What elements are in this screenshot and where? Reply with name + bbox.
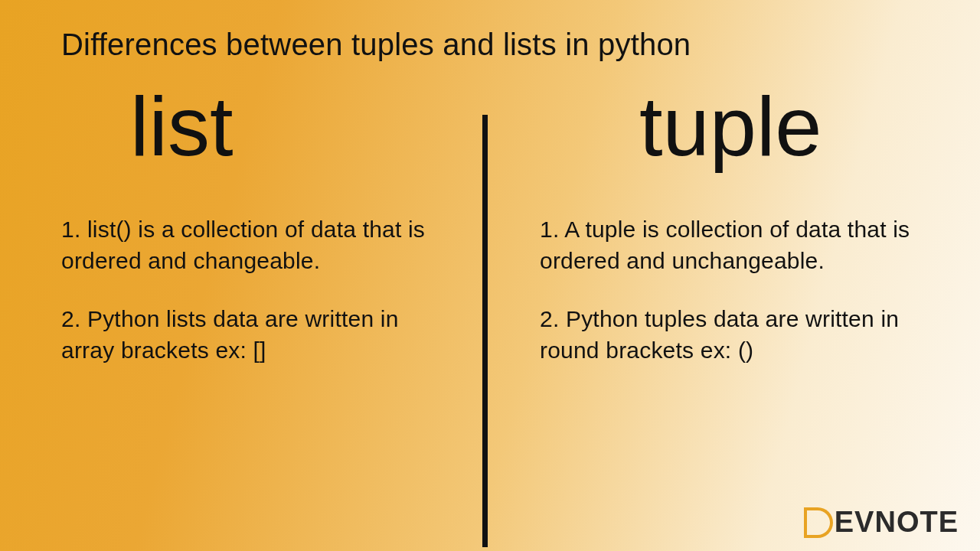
list-point-1: 1. list() is a collection of data that i…	[61, 214, 440, 276]
list-heading: list	[130, 84, 440, 168]
devnote-logo: EVNOTE	[807, 506, 959, 539]
tuple-point-1: 1. A tuple is collection of data that is…	[540, 214, 919, 276]
comparison-columns: list 1. list() is a collection of data t…	[0, 84, 980, 513]
list-points: 1. list() is a collection of data that i…	[61, 214, 440, 366]
list-column: list 1. list() is a collection of data t…	[0, 84, 494, 513]
tuple-point-2: 2. Python tuples data are written in rou…	[540, 304, 919, 366]
page-title: Differences between tuples and lists in …	[61, 28, 691, 62]
tuple-column: tuple 1. A tuple is collection of data t…	[494, 84, 980, 513]
logo-d-icon	[807, 507, 833, 538]
list-point-2: 2. Python lists data are written in arra…	[61, 304, 440, 366]
logo-text: EVNOTE	[835, 506, 959, 539]
tuple-points: 1. A tuple is collection of data that is…	[540, 214, 919, 366]
tuple-heading: tuple	[639, 84, 919, 168]
